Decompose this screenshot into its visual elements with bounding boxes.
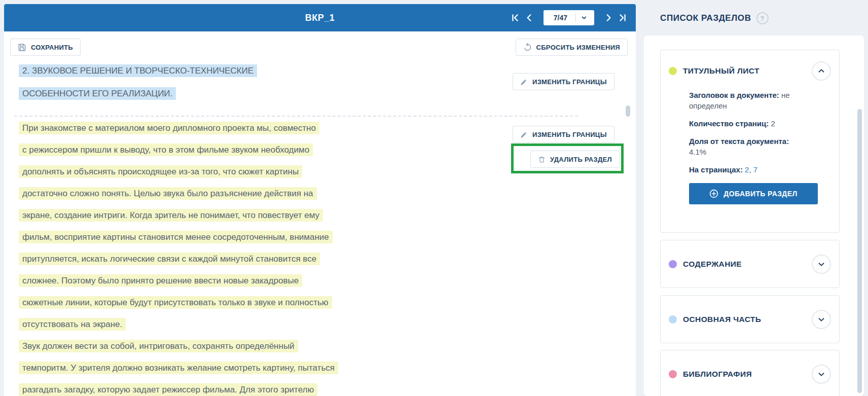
help-glyph: ?: [761, 15, 765, 22]
edit-bounds-label: ИЗМЕНИТЬ ГРАНИЦЫ: [532, 78, 607, 86]
section-card-header[interactable]: ОСНОВНАЯ ЧАСТЬ: [661, 296, 839, 343]
chevron-down-icon: [579, 15, 589, 21]
section-divider: [14, 116, 578, 117]
edit-bounds-button-heading[interactable]: ИЗМЕНИТЬ ГРАНИЦЫ: [513, 73, 614, 90]
text-line: темпоритм. У зрителя должно возникать же…: [19, 363, 414, 385]
expand-section-button[interactable]: [812, 365, 831, 384]
text-line: достаточно сложно понять. Целью звука бы…: [19, 189, 414, 210]
sections-list-title: СПИСОК РАЗДЕЛОВ: [660, 13, 751, 23]
section-name: БИБЛИОГРАФИЯ: [683, 370, 752, 379]
detail-row: Заголовок в документе: не определен: [689, 90, 807, 111]
sections-list-panel: ТИТУЛЬНЫЙ ЛИСТ Заголовок в документе: не…: [644, 35, 864, 396]
edit-bounds-label: ИЗМЕНИТЬ ГРАНИЦЫ: [532, 131, 607, 138]
text-line: экране, создание интриги. Когда зритель …: [19, 210, 414, 232]
detail-row: Доля от текста документа: 4.1%: [689, 136, 807, 157]
reset-changes-button[interactable]: СБРОСИТЬ ИЗМЕНЕНИЯ: [516, 39, 628, 56]
detail-row-pages: На страницах: 2, 7: [689, 164, 807, 175]
save-button[interactable]: СОХРАНИТЬ: [10, 39, 81, 56]
section-name: ОСНОВНАЯ ЧАСТЬ: [683, 315, 761, 324]
detail-label: Заголовок в документе:: [689, 91, 779, 99]
detail-value: 4.1%: [689, 148, 706, 156]
section-body-text: При знакомстве с материалом моего диплом…: [19, 123, 414, 396]
pencil-icon: [520, 131, 528, 138]
document-panel: ВКР_1 7/47 СОХРАНИТЬ СБРОС: [4, 4, 636, 396]
page-select-dropdown[interactable]: 7/47: [544, 10, 594, 25]
detail-row: Количество страниц: 2: [689, 118, 807, 129]
last-page-button[interactable]: [619, 14, 627, 22]
first-page-button[interactable]: [511, 14, 519, 22]
section-card-bibliography: БИБЛИОГРАФИЯ: [660, 350, 840, 396]
text-line: притупляется, искать логические связи с …: [19, 254, 414, 276]
pencil-icon: [520, 78, 528, 86]
text-line: с режиссером пришли к выводу, что в этом…: [19, 145, 414, 167]
text-line: отсутствовать на экране.: [19, 319, 414, 341]
section-card-contents: СОДЕРЖАНИЕ: [660, 240, 840, 288]
detail-label: Количество страниц:: [689, 119, 769, 128]
page-link[interactable]: 7: [753, 165, 757, 174]
page-indicator: 7/47: [549, 14, 572, 22]
help-icon[interactable]: ?: [756, 12, 769, 24]
section-color-dot: [669, 260, 677, 268]
section-name: ТИТУЛЬНЫЙ ЛИСТ: [683, 66, 760, 76]
section-name: СОДЕРЖАНИЕ: [683, 260, 742, 269]
collapse-section-button[interactable]: [812, 61, 831, 81]
section-card-header: ТИТУЛЬНЫЙ ЛИСТ: [669, 61, 831, 81]
section-color-dot: [669, 370, 677, 378]
detail-value: 2: [771, 119, 775, 128]
divider: [575, 13, 576, 22]
detail-label: Доля от текста документа:: [689, 137, 789, 146]
next-page-button[interactable]: [604, 14, 612, 22]
section-card-header[interactable]: СОДЕРЖАНИЕ: [661, 240, 839, 287]
section-card-header[interactable]: БИБЛИОГРАФИЯ: [661, 350, 839, 396]
plus-circle-icon: [709, 189, 718, 198]
prev-page-button[interactable]: [525, 14, 533, 22]
expand-section-button[interactable]: [812, 310, 831, 329]
annotation-highlight-box: УДАЛИТЬ РАЗДЕЛ: [511, 143, 624, 173]
document-scrollbar-thumb[interactable]: [626, 105, 630, 117]
text-line: ОСОБЕННОСТИ ЕГО РЕАЛИЗАЦИИ.: [19, 89, 404, 112]
text-line: дополнять и объяснять происходящее из-за…: [19, 167, 414, 189]
text-line: сюжетные линии, которые будут присутство…: [19, 298, 414, 319]
text-line: Звук должен вести за собой, интриговать,…: [19, 341, 414, 363]
section-color-dot: [669, 315, 677, 323]
text-line: сложнее. Поэтому было принято решение вв…: [19, 276, 414, 298]
sections-list-header: СПИСОК РАЗДЕЛОВ ?: [660, 12, 769, 24]
edit-bounds-button-body[interactable]: ИЗМЕНИТЬ ГРАНИЦЫ: [513, 126, 614, 143]
detail-label: На страницах:: [689, 165, 743, 174]
section-details: Заголовок в документе: не определен Коли…: [689, 90, 807, 175]
text-line: 2. ЗВУКОВОЕ РЕШЕНИЕ И ТВОРЧЕСКО-ТЕХНИЧЕС…: [19, 66, 404, 89]
reset-button-label: СБРОСИТЬ ИЗМЕНЕНИЯ: [536, 44, 621, 51]
section-color-dot: [669, 67, 677, 75]
expand-section-button[interactable]: [812, 255, 831, 274]
page-link-separator: ,: [749, 165, 753, 174]
text-line: разгадать загадку, которую задает режисс…: [19, 385, 414, 396]
section-heading-text: 2. ЗВУКОВОЕ РЕШЕНИЕ И ТВОРЧЕСКО-ТЕХНИЧЕС…: [19, 66, 404, 112]
add-section-button[interactable]: ДОБАВИТЬ РАЗДЕЛ: [689, 183, 818, 204]
reset-icon: [523, 43, 532, 52]
save-icon: [18, 43, 26, 52]
delete-section-button[interactable]: УДАЛИТЬ РАЗДЕЛ: [530, 151, 620, 168]
text-line: При знакомстве с материалом моего диплом…: [19, 123, 414, 145]
delete-section-label: УДАЛИТЬ РАЗДЕЛ: [550, 156, 612, 163]
add-section-label: ДОБАВИТЬ РАЗДЕЛ: [724, 190, 797, 198]
sidebar-scrollbar-thumb[interactable]: [857, 109, 862, 393]
text-line: фильм, восприятие картины становится мен…: [19, 232, 414, 254]
section-card-main-part: ОСНОВНАЯ ЧАСТЬ: [660, 295, 840, 343]
section-card-title-page: ТИТУЛЬНЫЙ ЛИСТ Заголовок в документе: не…: [660, 50, 840, 233]
trash-icon: [538, 156, 546, 163]
save-button-label: СОХРАНИТЬ: [31, 44, 73, 51]
page-navigator: 7/47: [511, 4, 627, 31]
